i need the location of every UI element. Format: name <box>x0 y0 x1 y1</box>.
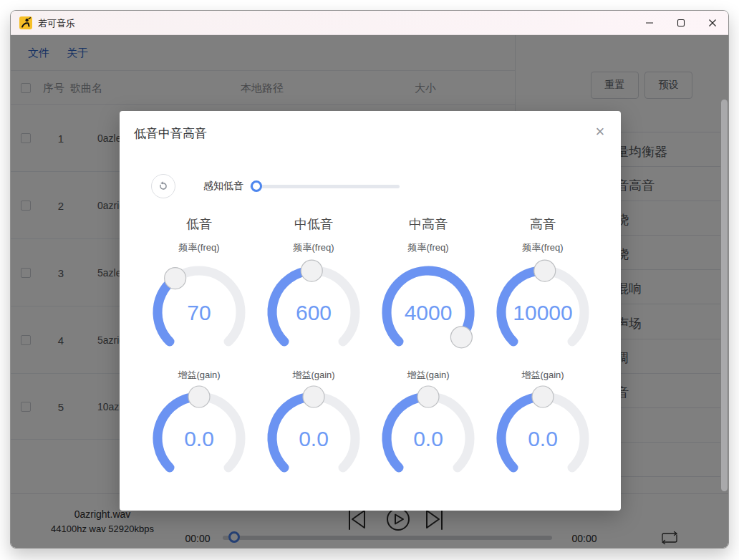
window-controls <box>634 11 728 35</box>
minimize-button[interactable] <box>634 11 665 35</box>
freq-label: 频率(freq) <box>256 241 371 254</box>
knob-value: 0.0 <box>184 427 214 450</box>
window-title: 若可音乐 <box>38 17 75 30</box>
freq-knob[interactable]: 4000 <box>375 259 482 366</box>
knob-value: 4000 <box>405 301 453 324</box>
knob-value: 0.0 <box>528 427 558 450</box>
knob-column: 高音频率(freq) 10000 增益(gain) 0.0 <box>486 216 600 495</box>
knob-thumb[interactable] <box>303 386 324 407</box>
freq-knob[interactable]: 600 <box>260 259 367 366</box>
modal-title: 低音中音高音 <box>134 125 207 142</box>
titlebar: 若可音乐 <box>11 11 728 35</box>
app-window: 若可音乐 文件 关于 序号 歌曲名 本地路径 大小 10azlef20azrig… <box>10 10 729 549</box>
gain-knob[interactable]: 0.0 <box>375 385 482 492</box>
freq-knob[interactable]: 10000 <box>489 259 596 366</box>
knob-thumb[interactable] <box>188 386 210 407</box>
band-label: 中低音 <box>256 216 371 233</box>
gain-knob[interactable]: 0.0 <box>260 385 367 492</box>
knob-column: 低音频率(freq) 70 增益(gain) 0.0 <box>142 216 256 495</box>
perceived-bass-thumb[interactable] <box>251 180 262 192</box>
knob-thumb[interactable] <box>450 327 472 348</box>
band-label: 高音 <box>486 216 600 233</box>
knob-value: 0.0 <box>413 427 443 450</box>
gain-label: 增益(gain) <box>371 369 486 382</box>
freq-knob[interactable]: 70 <box>145 259 253 366</box>
knob-value: 10000 <box>513 301 572 324</box>
freq-label: 频率(freq) <box>142 241 256 254</box>
freq-label: 频率(freq) <box>486 241 600 254</box>
band-label: 中高音 <box>371 216 486 233</box>
gain-knob[interactable]: 0.0 <box>489 385 596 492</box>
client-area: 文件 关于 序号 歌曲名 本地路径 大小 10azlef20azrig35azl… <box>11 35 729 549</box>
gain-knob[interactable]: 0.0 <box>145 385 253 492</box>
gain-label: 增益(gain) <box>486 369 600 382</box>
perceived-bass-slider[interactable] <box>250 185 400 188</box>
knob-thumb[interactable] <box>301 260 322 281</box>
gain-label: 增益(gain) <box>256 369 371 382</box>
knob-value: 70 <box>187 301 211 324</box>
app-icon <box>19 16 32 29</box>
knob-thumb[interactable] <box>165 268 186 289</box>
modal-reset-button[interactable] <box>151 174 175 198</box>
knob-value: 600 <box>296 301 332 324</box>
rotate-ccw-icon <box>156 179 170 193</box>
eq-modal: 低音中音高音 × 感知低音 低音频率(freq) 70 增益(gain) 0.0 <box>120 111 621 511</box>
maximize-button[interactable] <box>665 11 697 35</box>
knob-thumb[interactable] <box>532 386 554 407</box>
modal-close-icon[interactable]: × <box>589 121 611 143</box>
knob-column: 中低音频率(freq) 600 增益(gain) 0.0 <box>256 216 371 495</box>
perceived-bass-label: 感知低音 <box>203 180 243 193</box>
dialog-scrollbar-thumb[interactable] <box>721 100 728 491</box>
knob-thumb[interactable] <box>534 260 556 281</box>
freq-label: 频率(freq) <box>371 241 486 254</box>
close-button[interactable] <box>697 11 728 35</box>
knob-column: 中高音频率(freq) 4000 增益(gain) 0.0 <box>371 216 486 495</box>
band-label: 低音 <box>142 216 256 233</box>
gain-label: 增益(gain) <box>142 369 256 382</box>
knob-thumb[interactable] <box>417 386 439 407</box>
knob-value: 0.0 <box>299 427 329 450</box>
